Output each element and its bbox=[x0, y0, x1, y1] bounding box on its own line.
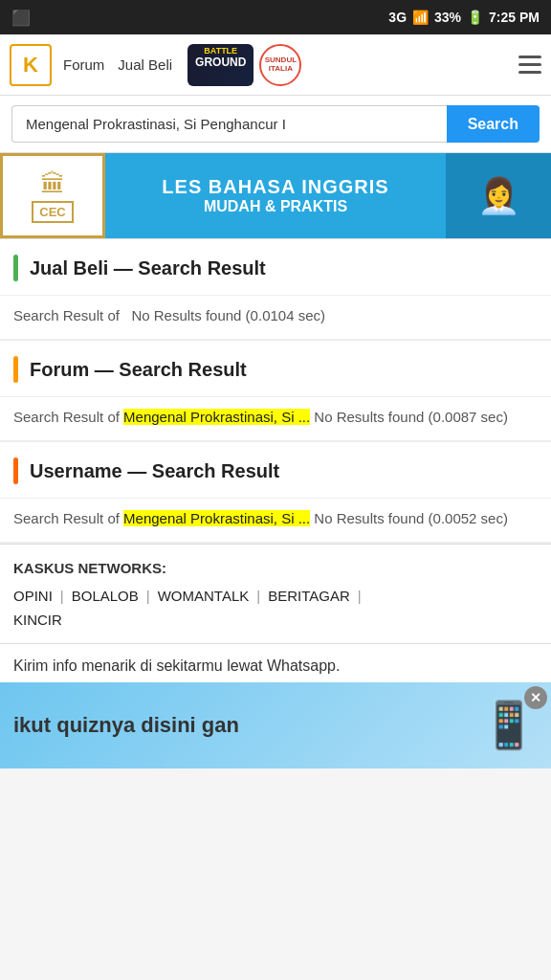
jual-beli-result-text: Search Result of No Results found (0.010… bbox=[13, 307, 325, 323]
nav-links: Forum Jual Beli bbox=[63, 56, 172, 73]
jual-beli-bar bbox=[13, 255, 18, 281]
link-womantalk[interactable]: WOMANTALK bbox=[158, 588, 250, 604]
nav-banners: BATTLE GROUND SUNDULITALIA bbox=[187, 44, 301, 86]
ad-subtitle: MUDAH & PRAKTIS bbox=[204, 198, 347, 215]
search-input[interactable] bbox=[11, 105, 447, 143]
sep-4: | bbox=[358, 588, 362, 604]
username-bar bbox=[13, 457, 18, 484]
username-title: Username — Search Result bbox=[30, 460, 279, 482]
username-result-prefix: Search Result of bbox=[13, 510, 123, 526]
status-bar: ⬛ 3G 📶 33% 🔋 7:25 PM bbox=[0, 0, 551, 34]
battleground-line1: BATTLE bbox=[195, 46, 246, 56]
bottom-ad[interactable]: ikut quiznya disini gan 📱 ✕ bbox=[0, 682, 551, 768]
battery-icon: 🔋 bbox=[467, 10, 483, 25]
close-ad-button[interactable]: ✕ bbox=[524, 686, 547, 709]
sundul-badge[interactable]: SUNDULITALIA bbox=[259, 44, 301, 86]
ad-logo-section: 🏛 CEC bbox=[0, 153, 105, 238]
forum-link[interactable]: Forum bbox=[63, 56, 104, 73]
username-header: Username — Search Result bbox=[0, 442, 551, 499]
username-section: Username — Search Result Search Result o… bbox=[0, 442, 551, 544]
jual-beli-section: Jual Beli — Search Result Search Result … bbox=[0, 239, 551, 341]
ad-building-icon: 🏛 bbox=[40, 169, 65, 199]
menu-line-2 bbox=[518, 63, 541, 66]
ad-title: LES BAHASA INGGRIS bbox=[162, 176, 388, 198]
forum-bar bbox=[13, 356, 18, 383]
username-result-highlight: Mengenal Prokrastinasi, Si ... bbox=[123, 510, 310, 526]
networks-label: KASKUS NETWORKS: bbox=[13, 560, 538, 576]
sep-3: | bbox=[256, 588, 260, 604]
search-button[interactable]: Search bbox=[447, 105, 540, 143]
network-indicator: 3G bbox=[388, 10, 407, 25]
bottom-notification: Kirim info menarik di sekitarmu lewat Wh… bbox=[0, 643, 551, 682]
link-beritagar[interactable]: BERITAGAR bbox=[268, 588, 350, 604]
ad-people-icon: 👩‍💼 bbox=[446, 153, 551, 238]
jual-beli-link[interactable]: Jual Beli bbox=[118, 56, 172, 73]
battery-percent: 33% bbox=[434, 10, 461, 25]
battleground-badge[interactable]: BATTLE GROUND bbox=[187, 44, 253, 86]
search-results: Jual Beli — Search Result Search Result … bbox=[0, 239, 551, 544]
navbar: K Forum Jual Beli BATTLE GROUND SUNDULIT… bbox=[0, 34, 551, 96]
footer-networks: KASKUS NETWORKS: OPINI | BOLALOB | WOMAN… bbox=[0, 544, 551, 643]
forum-title: Forum — Search Result bbox=[30, 359, 247, 381]
sep-1: | bbox=[60, 588, 64, 604]
time-display: 7:25 PM bbox=[489, 10, 540, 25]
bottom-ad-text: ikut quiznya disini gan bbox=[13, 713, 239, 738]
menu-line-1 bbox=[518, 56, 541, 58]
menu-line-3 bbox=[518, 71, 541, 74]
forum-result-highlight: Mengenal Prokrastinasi, Si ... bbox=[123, 409, 310, 425]
link-opini[interactable]: OPINI bbox=[13, 588, 53, 604]
jual-beli-body: Search Result of No Results found (0.010… bbox=[0, 296, 551, 341]
forum-header: Forum — Search Result bbox=[0, 341, 551, 397]
forum-body: Search Result of Mengenal Prokrastinasi,… bbox=[0, 397, 551, 442]
battleground-line2: GROUND bbox=[195, 56, 246, 69]
ad-banner[interactable]: 🏛 CEC LES BAHASA INGGRIS MUDAH & PRAKTIS… bbox=[0, 153, 551, 239]
jual-beli-header: Jual Beli — Search Result bbox=[0, 239, 551, 296]
forum-section: Forum — Search Result Search Result of M… bbox=[0, 341, 551, 442]
forum-result-prefix: Search Result of bbox=[13, 409, 123, 425]
hamburger-menu[interactable] bbox=[518, 56, 541, 74]
sep-2: | bbox=[146, 588, 150, 604]
kaskus-logo[interactable]: K bbox=[10, 44, 52, 86]
signal-icon: 📶 bbox=[412, 10, 429, 25]
ad-cec-label: CEC bbox=[32, 201, 73, 223]
username-body: Search Result of Mengenal Prokrastinasi,… bbox=[0, 499, 551, 544]
network-links: OPINI | BOLALOB | WOMANTALK | BERITAGAR … bbox=[13, 588, 538, 604]
notif-text: Kirim info menarik di sekitarmu lewat Wh… bbox=[13, 657, 340, 674]
jual-beli-title: Jual Beli — Search Result bbox=[30, 257, 266, 279]
bb-icon: ⬛ bbox=[11, 9, 31, 27]
ad-content: LES BAHASA INGGRIS MUDAH & PRAKTIS bbox=[105, 153, 446, 238]
forum-result-suffix: No Results found (0.0087 sec) bbox=[310, 409, 508, 425]
username-result-suffix: No Results found (0.0052 sec) bbox=[310, 510, 508, 526]
search-bar: Search bbox=[0, 96, 551, 153]
link-bolalob[interactable]: BOLALOB bbox=[72, 588, 139, 604]
link-kincir[interactable]: KINCIR bbox=[13, 612, 538, 628]
